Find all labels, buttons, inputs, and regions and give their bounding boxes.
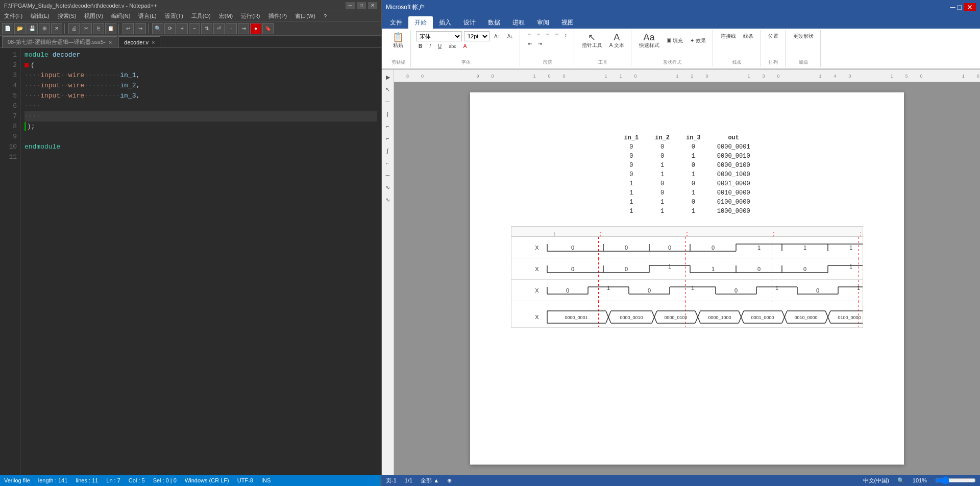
font-color-button[interactable]: A <box>461 42 470 50</box>
zoom-slider[interactable] <box>935 476 976 484</box>
wave-val: 1 <box>691 285 694 291</box>
line-spacing-button[interactable]: ↕ <box>562 31 570 39</box>
tab-sss[interactable]: 08-第七讲-逻辑组合逻辑—译码器.sss5- × <box>2 36 117 47</box>
paragraph-row2: ⇤ ⇥ <box>525 40 569 47</box>
maximize-button[interactable]: □ <box>357 2 366 9</box>
zoom-out-button[interactable]: − <box>189 23 200 34</box>
effect-button[interactable]: ✦ 效果 <box>688 36 708 46</box>
align-center-button[interactable]: ≡ <box>534 31 543 39</box>
tab-decoder[interactable]: decoder.v × <box>118 36 160 47</box>
redo-button[interactable]: ↪ <box>135 23 146 34</box>
menu-tools[interactable]: 工具(O) <box>189 12 213 20</box>
notepad-window: F:\FPGA\My_Study_Notes\decoder\rtl\decod… <box>0 0 382 486</box>
word-left-toolbar: ▶ ↖ ─ | ⌐ ⌐ ∫ ⌐ ─ ∿ ∿ <box>382 70 394 475</box>
menu-file[interactable]: 文件(F) <box>2 12 24 20</box>
print-button[interactable]: 🖨 <box>68 23 80 34</box>
cursor-icon[interactable]: ↖ <box>383 84 393 94</box>
tab-decoder-close[interactable]: × <box>152 39 155 45</box>
font-name-select[interactable]: 宋体 <box>416 31 462 41</box>
save-file-button[interactable]: 💾 <box>27 23 38 34</box>
paragraph-controls: ≡ ≡ ≡ ≡ ↕ ⇤ ⇥ <box>525 31 569 47</box>
tab-home[interactable]: 开始 <box>408 16 433 29</box>
tab-sss-close[interactable]: × <box>109 39 112 45</box>
add-page-button[interactable]: ⊕ <box>447 477 452 484</box>
replace-button[interactable]: ⟳ <box>164 23 176 34</box>
whitespace-button[interactable]: · <box>226 23 237 34</box>
new-file-button[interactable]: 📄 <box>2 23 13 34</box>
word-page-area[interactable]: in_1 in_2 in_3 out 0000000_0001 0010000_… <box>394 82 980 475</box>
menu-macro[interactable]: 宏(M) <box>217 12 235 20</box>
pointer-tool-button[interactable]: ↖ 指针工具 <box>579 31 605 51</box>
close-button[interactable]: ✕ <box>368 2 377 9</box>
indent-left-button[interactable]: ⇤ <box>525 40 534 47</box>
clipboard-buttons: 📋 粘贴 <box>390 31 406 51</box>
tab-insert[interactable]: 插入 <box>433 16 457 29</box>
menu-window[interactable]: 窗口(W) <box>293 12 317 20</box>
code-line-9 <box>24 132 377 142</box>
tab-design[interactable]: 设计 <box>457 16 482 29</box>
tab-file[interactable]: 文件 <box>384 16 408 29</box>
undo-button[interactable]: ↩ <box>122 23 134 34</box>
menu-encoding[interactable]: 编码(N) <box>109 12 132 20</box>
wave-val: 1 <box>803 245 806 251</box>
zoom-icon[interactable]: 🔍 <box>897 477 904 484</box>
code-editor[interactable]: module decoder ( ···· input ·· wire ····… <box>20 48 381 475</box>
align-left-button[interactable]: ≡ <box>525 31 533 39</box>
copy-button[interactable]: ⎘ <box>93 23 104 34</box>
cut-button[interactable]: ✂ <box>81 23 92 34</box>
open-file-button[interactable]: 📂 <box>14 23 26 34</box>
quick-style-button[interactable]: Aa 快速样式 <box>636 31 662 51</box>
save-all-button[interactable]: ⊞ <box>39 23 50 34</box>
menu-plugins[interactable]: 插件(P) <box>266 12 289 20</box>
strikethrough-button[interactable]: abc <box>446 43 459 50</box>
find-button[interactable]: 🔍 <box>152 23 163 34</box>
change-shape-button[interactable]: 更改形状 <box>791 31 816 41</box>
bold-button[interactable]: B <box>416 42 425 50</box>
paste-button[interactable]: 📋 粘贴 <box>390 31 406 51</box>
font-shrink-button[interactable]: A↓ <box>505 33 516 40</box>
word-minimize-button[interactable]: ─ <box>950 3 955 11</box>
font-row2: B I U abc A <box>416 42 516 50</box>
menu-run[interactable]: 运行(R) <box>239 12 262 20</box>
zoom-in-button[interactable]: + <box>177 23 188 34</box>
font-size-select[interactable]: 12pt <box>464 31 489 41</box>
menu-settings[interactable]: 设置(T) <box>163 12 185 20</box>
underline-button[interactable]: U <box>435 42 444 50</box>
tab-data[interactable]: 数据 <box>482 16 506 29</box>
paste-button[interactable]: 📋 <box>105 23 116 34</box>
justify-button[interactable]: ≡ <box>553 31 561 39</box>
bookmark-button[interactable]: 🔖 <box>262 23 274 34</box>
indent-right-button[interactable]: ⇥ <box>535 40 545 47</box>
word-close-button[interactable]: ✕ <box>964 3 976 11</box>
expand-button[interactable]: 全部 ▲ <box>421 477 439 484</box>
close-button[interactable]: ✕ <box>51 23 62 34</box>
wrap-button[interactable]: ⏎ <box>213 23 225 34</box>
menu-language[interactable]: 语言(L) <box>136 12 158 20</box>
tab-process[interactable]: 进程 <box>506 16 531 29</box>
menu-view[interactable]: 视图(V) <box>82 12 105 20</box>
position-button[interactable]: 位置 <box>766 31 781 41</box>
sync-scroll-button[interactable]: ⇅ <box>201 23 212 34</box>
menu-edit[interactable]: 编辑(E) <box>29 12 52 20</box>
highlight-button[interactable]: ● <box>250 23 261 34</box>
word-window-controls: ─ □ ✕ <box>950 3 976 11</box>
minimize-button[interactable]: ─ <box>346 2 355 9</box>
connector-button[interactable]: 连接线 <box>718 31 739 41</box>
tab-review[interactable]: 审阅 <box>531 16 555 29</box>
align-right-button[interactable]: ≡ <box>544 31 552 39</box>
tab-view[interactable]: 视图 <box>555 16 580 29</box>
menu-help[interactable]: ? <box>322 13 329 20</box>
wave2-icon: ∿ <box>383 195 393 205</box>
line-color-button[interactable]: 线条 <box>741 31 756 41</box>
word-maximize-button[interactable]: □ <box>958 3 962 11</box>
code-line-10: endmodule <box>24 142 377 152</box>
expand-icon[interactable]: ▶ <box>383 72 393 82</box>
fill-button[interactable]: ▣ 填充 <box>664 36 686 46</box>
italic-button[interactable]: I <box>427 42 433 50</box>
wave-val: 0 <box>625 245 628 251</box>
line-color-label: 线条 <box>743 33 753 40</box>
indent-button[interactable]: ⇥ <box>238 23 249 34</box>
menu-search[interactable]: 搜索(S) <box>56 12 79 20</box>
text-tool-button[interactable]: A A 文本 <box>607 31 627 51</box>
font-grow-button[interactable]: A↑ <box>492 33 503 40</box>
